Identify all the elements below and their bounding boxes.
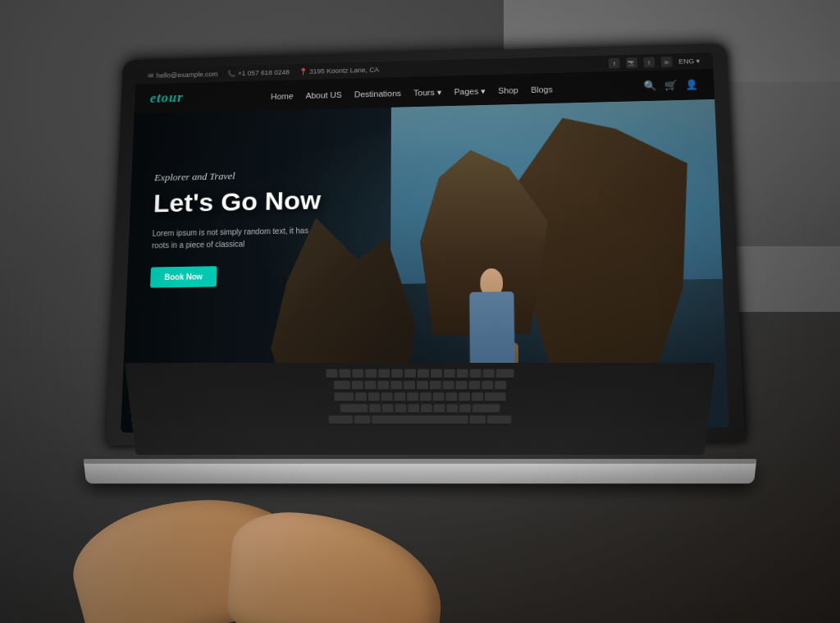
key[interactable] bbox=[365, 381, 377, 390]
nav-home[interactable]: Home bbox=[271, 89, 294, 103]
key[interactable] bbox=[339, 369, 350, 378]
email-text: hello@example.com bbox=[156, 71, 218, 80]
key[interactable] bbox=[444, 369, 455, 378]
key-row-1 bbox=[132, 369, 708, 378]
key[interactable] bbox=[352, 369, 363, 378]
nav-tours[interactable]: Tours ▾ bbox=[413, 85, 441, 98]
book-now-button[interactable]: Book Now bbox=[150, 267, 217, 288]
address-text: 3195 Koontz Lane, CA bbox=[309, 66, 379, 75]
nav-pages[interactable]: Pages ▾ bbox=[454, 83, 486, 97]
cart-icon[interactable]: 🛒 bbox=[664, 80, 678, 91]
key[interactable] bbox=[434, 404, 445, 413]
key[interactable] bbox=[421, 404, 432, 413]
key-row-5 bbox=[138, 415, 703, 424]
key[interactable] bbox=[404, 381, 415, 390]
key[interactable] bbox=[420, 392, 431, 401]
space-key[interactable] bbox=[372, 415, 468, 424]
key[interactable] bbox=[482, 381, 493, 390]
key[interactable] bbox=[390, 381, 402, 390]
phone-icon: 📞 bbox=[227, 70, 235, 77]
key[interactable] bbox=[417, 381, 428, 390]
scene: ✉ hello@example.com 📞 +1 057 618 0248 📍 … bbox=[0, 0, 840, 623]
top-bar-right: f 📷 t in ENG ▾ bbox=[609, 56, 701, 69]
right-hand bbox=[225, 507, 448, 623]
key[interactable] bbox=[377, 381, 389, 390]
key[interactable] bbox=[355, 392, 367, 401]
hands bbox=[66, 459, 676, 623]
keyboard bbox=[125, 363, 715, 455]
caps-key[interactable] bbox=[334, 392, 354, 401]
alt-key[interactable] bbox=[354, 415, 371, 424]
hero-title: Let's Go Now bbox=[153, 186, 324, 218]
location-icon: 📍 bbox=[299, 68, 307, 76]
shift-right-key[interactable] bbox=[472, 404, 500, 413]
instagram-icon[interactable]: 📷 bbox=[626, 57, 637, 68]
nav-links: Home About US Destinations Tours ▾ Pages… bbox=[271, 81, 553, 102]
key[interactable] bbox=[391, 369, 403, 378]
key[interactable] bbox=[443, 381, 454, 390]
address-info: 📍 3195 Koontz Lane, CA bbox=[299, 66, 379, 75]
key[interactable] bbox=[408, 404, 419, 413]
backspace-key[interactable] bbox=[495, 369, 514, 378]
key[interactable] bbox=[418, 369, 429, 378]
key[interactable] bbox=[381, 392, 393, 401]
key[interactable] bbox=[431, 369, 442, 378]
key[interactable] bbox=[472, 392, 483, 401]
key[interactable] bbox=[457, 369, 468, 378]
key[interactable] bbox=[326, 369, 337, 378]
tab-key[interactable] bbox=[334, 381, 350, 390]
hero-content: Explorer and Travel Let's Go Now Lorem i… bbox=[150, 168, 325, 288]
key[interactable] bbox=[430, 381, 441, 390]
nav-shop[interactable]: Shop bbox=[498, 82, 518, 96]
linkedin-icon[interactable]: in bbox=[661, 57, 673, 67]
facebook-icon[interactable]: f bbox=[609, 58, 620, 69]
twitter-icon[interactable]: t bbox=[643, 57, 655, 68]
enter-key[interactable] bbox=[485, 392, 506, 401]
key[interactable] bbox=[378, 369, 390, 378]
phone-info: 📞 +1 057 618 0248 bbox=[227, 68, 290, 77]
key[interactable] bbox=[365, 369, 377, 378]
key[interactable] bbox=[495, 381, 506, 390]
key[interactable] bbox=[445, 392, 457, 401]
key[interactable] bbox=[382, 404, 394, 413]
phone-text: +1 057 618 0248 bbox=[238, 68, 290, 77]
key[interactable] bbox=[394, 392, 405, 401]
key[interactable] bbox=[468, 381, 480, 390]
key[interactable] bbox=[470, 369, 482, 378]
ctrl-key[interactable] bbox=[328, 415, 353, 424]
alt-right-key[interactable] bbox=[469, 415, 486, 424]
nav-blogs[interactable]: Blogs bbox=[531, 81, 553, 95]
key[interactable] bbox=[352, 381, 363, 390]
key[interactable] bbox=[369, 404, 381, 413]
email-info: ✉ hello@example.com bbox=[148, 71, 218, 80]
top-bar-left: ✉ hello@example.com 📞 +1 057 618 0248 📍 … bbox=[148, 66, 379, 79]
key[interactable] bbox=[459, 392, 470, 401]
key[interactable] bbox=[395, 404, 407, 413]
key[interactable] bbox=[407, 392, 418, 401]
key-row-2 bbox=[134, 381, 707, 390]
email-icon: ✉ bbox=[148, 72, 154, 80]
hero-description: Lorem ipsum is not simply random text, i… bbox=[152, 225, 324, 252]
shift-key[interactable] bbox=[340, 404, 368, 413]
ctrl-right-key[interactable] bbox=[487, 415, 512, 424]
key[interactable] bbox=[459, 404, 471, 413]
key[interactable] bbox=[456, 381, 468, 390]
key-row-4 bbox=[136, 404, 704, 413]
keyboard-rows bbox=[125, 363, 715, 431]
nav-about[interactable]: About US bbox=[305, 87, 341, 101]
hero-tagline: Explorer and Travel bbox=[154, 168, 325, 184]
user-icon[interactable]: 👤 bbox=[685, 79, 698, 90]
key[interactable] bbox=[433, 392, 445, 401]
key[interactable] bbox=[368, 392, 380, 401]
language-button[interactable]: ENG ▾ bbox=[678, 57, 701, 66]
key[interactable] bbox=[404, 369, 416, 378]
logo[interactable]: etour bbox=[149, 90, 183, 107]
nav-icons: 🔍 🛒 👤 bbox=[643, 79, 698, 91]
nav-destinations[interactable]: Destinations bbox=[354, 85, 401, 100]
key[interactable] bbox=[446, 404, 458, 413]
key[interactable] bbox=[483, 369, 495, 378]
key-row-3 bbox=[135, 392, 705, 401]
search-icon[interactable]: 🔍 bbox=[643, 80, 656, 91]
